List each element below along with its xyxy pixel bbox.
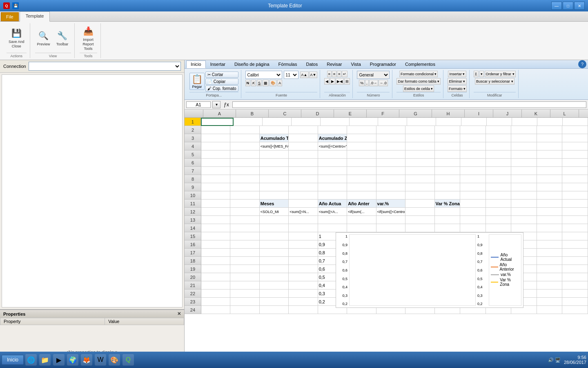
excel-tab-inicio[interactable]: Inicio [186, 61, 206, 68]
align-top-left-btn[interactable]: ≡ [327, 71, 332, 77]
cell-B3[interactable] [230, 134, 259, 142]
cell-D1[interactable] [292, 118, 321, 126]
cell-C11[interactable]: Meses [260, 200, 289, 208]
cell-A4[interactable] [201, 142, 230, 150]
cell-B4[interactable] [230, 142, 259, 150]
taskbar-icon-chrome[interactable]: 🌍 [67, 354, 78, 366]
cell-I5[interactable] [435, 150, 461, 159]
named-range-button[interactable]: ▾ [212, 101, 220, 108]
excel-tab-programador[interactable]: Programador [365, 61, 401, 68]
row-header-7[interactable]: 7 [185, 167, 201, 175]
preview-button[interactable]: 🔍 Preview [35, 28, 52, 48]
cell-G3[interactable] [376, 134, 405, 142]
cell-F1[interactable] [350, 118, 379, 126]
cell-B1[interactable] [234, 118, 263, 126]
cell-J4[interactable] [460, 142, 486, 150]
bold-button[interactable]: N [245, 80, 251, 86]
cell-F4[interactable] [347, 142, 376, 150]
row-header-21[interactable]: 21 [185, 281, 201, 289]
row-header-15[interactable]: 15 [185, 232, 201, 240]
cell-I11[interactable]: Var % Zona [435, 200, 461, 208]
cell-M1[interactable] [537, 118, 563, 126]
fill-color-button[interactable]: 🎨 [270, 80, 276, 86]
cell-I4[interactable] [435, 142, 461, 150]
cell-L4[interactable] [511, 142, 537, 150]
cell-D5[interactable] [289, 150, 318, 159]
pegar-button[interactable]: 📋 Pegar [189, 73, 205, 90]
cell-N4[interactable] [562, 142, 588, 150]
cell-E5[interactable] [318, 150, 347, 159]
row-header-2[interactable]: 2 [185, 126, 201, 134]
row-header-16[interactable]: 16 [185, 240, 201, 249]
cell-E12[interactable]: <sum({<A... [318, 208, 347, 216]
cell-F3[interactable] [347, 134, 376, 142]
cell-N3[interactable] [562, 134, 588, 142]
properties-close-button[interactable]: ✕ [177, 311, 181, 316]
eliminar-btn[interactable]: Eliminar ▾ [448, 78, 466, 85]
wrap-btn[interactable]: ↵ [342, 71, 347, 77]
align-top-center-btn[interactable]: ≡ [332, 71, 336, 77]
start-button[interactable]: Inicio [2, 355, 24, 365]
cell-E3[interactable]: Acumulado ZONA [318, 134, 347, 142]
close-button[interactable]: ✕ [574, 2, 585, 10]
decrease-font-btn[interactable]: A▼ [309, 72, 318, 78]
cell-J2[interactable] [460, 126, 486, 134]
cell-I1[interactable] [436, 118, 461, 126]
chart-area[interactable]: 10,90,80,70,60,50,40,30,2 10,90,80,70,60… [336, 232, 523, 308]
cell-K3[interactable] [486, 134, 512, 142]
cell-G11[interactable]: var.% [376, 200, 405, 208]
cell-I3[interactable] [435, 134, 461, 142]
cell-E4[interactable]: <sum({<Centro="*">},[MES_FACTURA]={$(vYT… [318, 142, 347, 150]
row-header-13[interactable]: 13 [185, 216, 201, 224]
row-header-24[interactable]: 24 [185, 306, 201, 314]
row-header-5[interactable]: 5 [185, 150, 201, 159]
cell-F11[interactable]: Año Anter [347, 200, 376, 208]
cell-E11[interactable]: Año Actua [318, 200, 347, 208]
toolbar-button[interactable]: 🔧 Toolbar [54, 28, 71, 48]
row-header-8[interactable]: 8 [185, 175, 201, 183]
cell-F5[interactable] [347, 150, 376, 159]
buscar-btn[interactable]: Buscar y seleccionar ▾ [475, 78, 514, 85]
formula-input[interactable] [232, 101, 586, 108]
quick-save-icon[interactable]: 💾 [12, 2, 19, 9]
cell-L5[interactable] [511, 150, 537, 159]
taskbar-icon-word[interactable]: W [95, 354, 106, 366]
excel-tab-vista[interactable]: Vista [347, 61, 365, 68]
cell-G4[interactable] [376, 142, 405, 150]
row-header-18[interactable]: 18 [185, 257, 201, 265]
cell-L1[interactable] [512, 118, 537, 126]
autosuma-btn[interactable]: Σ [474, 71, 479, 77]
cell-A2[interactable] [201, 126, 230, 134]
excel-tab-formulas[interactable]: Fórmulas [274, 61, 302, 68]
row-header-12[interactable]: 12 [185, 208, 201, 216]
cell-F12[interactable]: <if(sum(... [347, 208, 376, 216]
excel-tab-insertar[interactable]: Insertar [206, 61, 230, 68]
cell-G1[interactable] [378, 118, 407, 126]
table-format-btn[interactable]: Dar formato como tabla ▾ [396, 78, 441, 85]
font-color-button[interactable]: A [277, 80, 282, 86]
tab-template[interactable]: Template [20, 11, 50, 22]
decrease-decimal-btn[interactable]: ←.0 [379, 80, 388, 86]
cell-C1[interactable] [263, 118, 292, 126]
cell-L2[interactable] [511, 126, 537, 134]
cell-D12[interactable]: <sum({<N... [289, 208, 318, 216]
cell-K4[interactable] [486, 142, 512, 150]
cell-styles-btn[interactable]: Estilos de celda ▾ [403, 85, 434, 92]
row-header-20[interactable]: 20 [185, 273, 201, 281]
copiar-button[interactable]: 📄 Copiar [205, 79, 238, 85]
cell-N1[interactable] [563, 118, 588, 126]
ordenar-filtrar-btn[interactable]: Ordenar y filtrar ▾ [485, 71, 516, 77]
row-header-23[interactable]: 23 [185, 298, 201, 306]
cell-I2[interactable] [435, 126, 461, 134]
excel-tab-revisar[interactable]: Revisar [322, 61, 346, 68]
row-header-3[interactable]: 3 [185, 134, 201, 142]
cell-C2[interactable] [260, 126, 289, 134]
cell-M5[interactable] [537, 150, 563, 159]
maximize-button[interactable]: □ [563, 2, 573, 10]
comma-btn[interactable]: , [365, 80, 369, 86]
italic-button[interactable]: K [251, 80, 256, 86]
tab-file[interactable]: File [1, 12, 19, 21]
increase-decimal-btn[interactable]: .0→ [369, 80, 379, 86]
cortar-button[interactable]: ✂ Cortar [205, 72, 238, 78]
percent-btn[interactable]: % [359, 80, 365, 86]
